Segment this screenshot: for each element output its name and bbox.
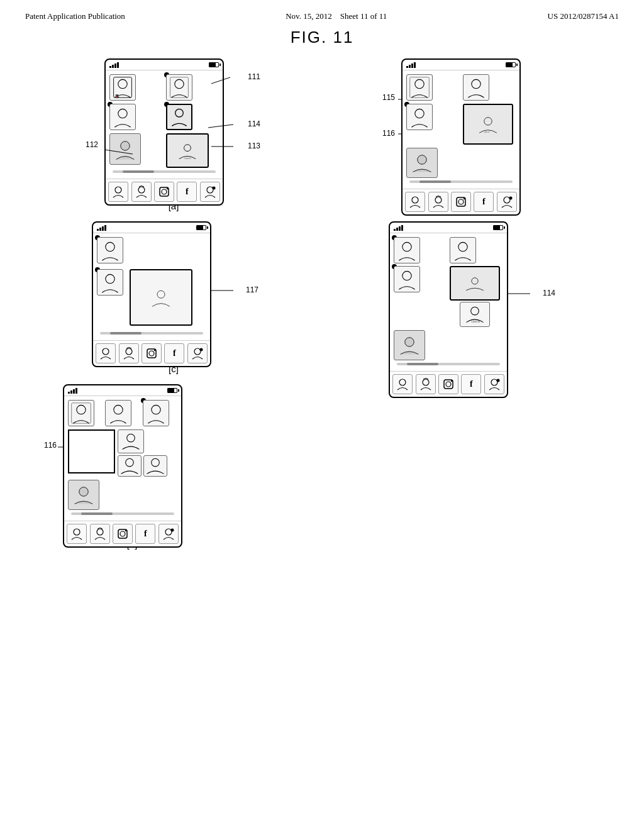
contact-4b: cancel — [463, 104, 513, 145]
svg-point-65 — [114, 405, 123, 414]
header-left: Patent Application Publication — [25, 11, 125, 21]
svg-text:🎩: 🎩 — [114, 94, 119, 99]
header-center: Nov. 15, 2012 Sheet 11 of 11 — [286, 11, 387, 21]
battery-e — [167, 388, 177, 393]
svg-point-39 — [157, 290, 165, 298]
svg-point-24 — [415, 109, 424, 118]
diagram-d: cancel — [382, 221, 558, 374]
toolbar-item-5c — [187, 343, 208, 363]
svg-point-71 — [74, 529, 80, 535]
svg-point-5 — [118, 109, 127, 118]
contact-4d-top — [450, 266, 500, 301]
annot-116-b: 116 — [382, 129, 395, 138]
toolbar-item-5b — [497, 192, 517, 212]
annot-114-a: 114 — [248, 119, 260, 128]
svg-point-56 — [423, 379, 429, 385]
svg-point-40 — [103, 348, 109, 355]
svg-point-68 — [126, 458, 134, 467]
svg-point-0 — [118, 79, 127, 88]
svg-point-23 — [471, 79, 480, 88]
contact-6a: cancel — [166, 133, 209, 168]
signal-bars-b — [406, 62, 416, 68]
svg-point-46 — [199, 348, 203, 351]
svg-point-3 — [174, 79, 183, 88]
svg-point-27 — [418, 155, 426, 164]
annot-116-e: 116 — [44, 441, 57, 450]
svg-point-28 — [412, 197, 418, 203]
toolbar-b: f — [402, 189, 519, 214]
svg-point-7 — [121, 141, 130, 150]
toolbar-item-5a — [200, 182, 220, 202]
battery-d — [493, 225, 503, 230]
toolbar-item-2a — [131, 182, 152, 202]
svg-point-76 — [165, 529, 172, 535]
svg-point-10 — [115, 187, 121, 193]
svg-point-69 — [152, 458, 160, 467]
toolbar-e: f — [64, 521, 181, 546]
annot-111: 111 — [248, 72, 260, 81]
contact-3b — [406, 104, 433, 130]
contact-2d — [450, 237, 476, 263]
figure-title: FIG. 11 — [25, 28, 619, 47]
svg-point-58 — [446, 382, 451, 387]
empty-box-e — [68, 429, 115, 473]
toolbar-item-1b — [405, 192, 425, 212]
svg-point-60 — [491, 379, 497, 385]
svg-point-16 — [212, 187, 215, 190]
svg-point-50 — [402, 271, 411, 280]
diagram-a: 🎩 — [86, 58, 262, 211]
toolbar-item-4a: f — [177, 182, 197, 202]
svg-point-61 — [496, 379, 499, 382]
contact-2a — [166, 74, 192, 101]
toolbar-item-3d — [438, 374, 458, 394]
svg-point-77 — [170, 529, 174, 532]
signal-bars-c — [97, 224, 106, 231]
contact-1a: 🎩 — [109, 74, 136, 101]
svg-point-34 — [509, 197, 512, 200]
toolbar-item-5e — [158, 524, 179, 544]
contact-3e — [143, 400, 169, 426]
diagram-c: f 117 [c] — [86, 221, 262, 374]
svg-point-13 — [162, 189, 167, 194]
svg-text:cancel: cancel — [184, 156, 192, 159]
svg-point-63 — [77, 405, 86, 414]
svg-point-49 — [458, 242, 467, 251]
main-content: FIG. 11 — [0, 28, 644, 562]
svg-point-48 — [402, 242, 411, 251]
toolbar-item-4b: f — [474, 192, 494, 212]
toolbar-item-3c — [142, 343, 162, 363]
toolbar-c: f — [93, 340, 210, 366]
contact-4a — [166, 104, 192, 130]
toolbar-item-2c — [119, 343, 139, 363]
annot-115: 115 — [382, 93, 395, 102]
svg-point-31 — [458, 199, 464, 204]
svg-point-14 — [167, 188, 168, 189]
svg-text:cancel: cancel — [472, 319, 480, 323]
diagram-e: f 116 [e] — [44, 384, 220, 550]
svg-point-54 — [405, 338, 414, 346]
annot-112: 112 — [86, 140, 98, 149]
svg-point-8 — [184, 144, 191, 151]
svg-point-6 — [175, 109, 183, 117]
toolbar-item-2e — [90, 524, 110, 544]
svg-point-29 — [435, 197, 441, 203]
toolbar-item-3a — [154, 182, 174, 202]
contact-1d — [394, 237, 420, 263]
toolbar-d: f — [390, 371, 507, 397]
contact-3d — [394, 266, 420, 292]
svg-point-11 — [138, 187, 145, 193]
toolbar-item-5d — [484, 374, 504, 394]
diagram-b: cancel — [382, 58, 558, 211]
contact-3a — [109, 104, 136, 130]
svg-point-25 — [484, 117, 491, 124]
svg-point-33 — [504, 197, 510, 203]
toolbar-item-3b — [451, 192, 471, 212]
toolbar-item-3e — [113, 524, 133, 544]
toolbar-item-2b — [428, 192, 448, 212]
svg-point-59 — [451, 380, 452, 382]
annot-117: 117 — [246, 285, 258, 294]
svg-point-21 — [415, 79, 424, 88]
svg-point-51 — [472, 277, 478, 284]
svg-point-32 — [464, 198, 465, 199]
svg-point-43 — [149, 351, 154, 356]
